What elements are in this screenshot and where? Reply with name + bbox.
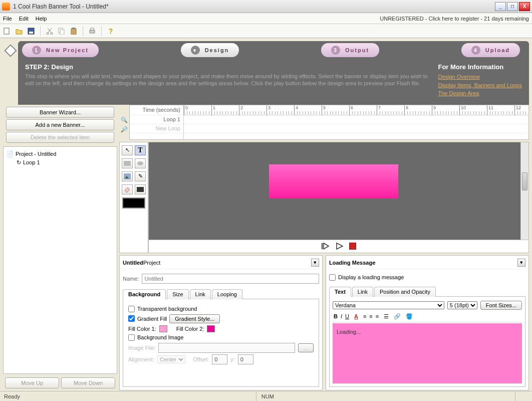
banner-wizard-button[interactable]: Banner Wizard... [6,107,115,118]
link-icon[interactable]: 🔗 [394,313,401,320]
help-icon[interactable]: ? [106,26,116,36]
font-select[interactable]: Verdana [333,301,444,309]
tab-looping[interactable]: Looping [212,289,242,299]
fill-color-1-swatch[interactable] [159,325,167,332]
tab-background[interactable]: Background [123,289,166,299]
font-size-select[interactable]: 5 (18pt) [447,301,477,309]
align-center-icon[interactable]: ≡ [369,313,372,319]
bg-image-checkbox[interactable] [128,334,135,341]
open-file-icon[interactable] [14,26,24,36]
timeline-row-loop1[interactable]: Loop 1 [130,115,183,124]
timeline-row-newloop[interactable]: New Loop [130,124,183,133]
copy-icon[interactable] [57,26,67,36]
alignment-label: Alignment: [128,356,154,362]
banner-preview[interactable] [269,164,398,198]
bold-icon[interactable]: B [334,313,338,319]
font-sizes-button[interactable]: Font Sizes... [480,301,522,310]
italic-icon[interactable]: I [341,313,342,319]
gradient-style-button[interactable]: Gradient Style... [169,314,220,323]
project-name-input[interactable] [142,274,319,284]
gradient-fill-checkbox[interactable] [128,315,135,322]
timeline-track[interactable] [184,115,528,124]
tab-position-opacity[interactable]: Position and Opacity [374,287,436,297]
offset-y-label: y: [230,356,235,362]
align-left-icon[interactable]: ≡ [363,313,366,319]
status-spacer [515,391,528,401]
zoom-in-icon[interactable]: 🔍 [121,117,128,123]
panel-collapse-icon[interactable]: ▾ [517,259,525,267]
underline-icon[interactable]: U [345,313,349,319]
color-swatch[interactable] [122,197,145,209]
tab-size[interactable]: Size [167,289,188,299]
align-right-icon[interactable]: ≡ [376,313,379,319]
wizard-tab-design[interactable]: ▾Design [181,43,239,57]
timeline-track[interactable] [184,124,528,133]
image-tool-icon[interactable] [122,171,133,181]
info-link-design-area[interactable]: The Design Area [438,89,522,98]
cut-icon[interactable] [45,26,55,36]
pointer-tool-icon[interactable]: ↖ [122,145,133,155]
delete-item-button[interactable]: Delete the selected item [6,132,115,143]
svg-rect-10 [91,28,94,30]
eraser-tool-icon[interactable] [122,184,133,194]
wizard-tab-output[interactable]: 3Output [321,43,379,57]
wizard-tab-upload[interactable]: 4Upload [461,43,520,57]
tree-root[interactable]: 📄 Project - Untitled [7,150,114,158]
name-label: Name: [123,276,139,282]
zoom-out-icon[interactable]: 🔎 [121,126,128,133]
rectangle-tool-icon[interactable] [122,158,133,168]
fill-color-2-swatch[interactable] [207,325,215,332]
bullet-list-icon[interactable]: ☰ [384,313,389,320]
wizard-collapse-icon[interactable] [4,44,17,57]
menu-help[interactable]: Help [36,16,47,22]
timeline-tick: 4 [294,105,298,115]
display-loading-label: Display a loading message [338,274,404,280]
panel-dropdown-icon[interactable]: ▾ [311,259,319,267]
svg-rect-9 [90,30,95,33]
print-icon[interactable] [87,26,97,36]
add-banner-button[interactable]: Add a new Banner... [6,119,115,130]
wizard-header: 1New Project ▾Design 3Output 4Upload STE… [18,41,529,105]
save-icon[interactable] [26,26,36,36]
ellipse-tool-icon[interactable] [135,158,146,168]
timeline-tick: 2 [239,105,243,115]
menu-edit[interactable]: Edit [19,16,29,22]
register-link[interactable]: UNREGISTERED - Click here to register - … [380,16,529,22]
display-loading-checkbox[interactable] [329,274,336,281]
tree-child[interactable]: ↻ Loop 1 [7,158,114,167]
paste-icon[interactable] [69,26,79,36]
transparent-bg-checkbox[interactable] [128,306,135,312]
text-tool-icon[interactable]: T [135,145,146,155]
menubar: File Edit Help UNREGISTERED - Click here… [0,13,532,24]
fill-color-2-label: Fill Color 2: [176,326,204,332]
font-color-icon[interactable]: A [354,313,358,319]
tab-link[interactable]: Link [190,289,211,299]
transparent-bg-label: Transparent background [137,306,197,312]
eyedropper-tool-icon[interactable]: ✎ [135,171,146,181]
highlight-icon[interactable]: 🪣 [406,313,413,320]
step-back-icon[interactable] [321,242,330,250]
svg-rect-17 [322,243,323,249]
close-button[interactable]: X [519,2,530,11]
design-canvas[interactable] [148,142,529,240]
canvas-scrollbar[interactable] [520,142,528,240]
info-link-display-items[interactable]: Display Items, Banners and Loops [438,81,522,90]
timeline-tick: 8 [404,105,408,115]
gradient-fill-label: Gradient Fill [137,316,167,322]
loading-text-editor[interactable]: Loading... [333,323,522,383]
menu-file[interactable]: File [3,16,12,22]
tab-link2[interactable]: Link [352,287,373,297]
offset-label: Offset: [193,356,209,362]
timeline-scale: 0123456789101112 [184,105,528,115]
info-link-overview[interactable]: Design Overview [438,73,522,81]
tab-text[interactable]: Text [329,287,351,297]
stop-icon[interactable] [349,243,356,250]
minimize-button[interactable]: _ [495,2,506,11]
play-icon[interactable] [335,242,344,250]
move-down-button[interactable]: Move Down [61,377,115,388]
fill-tool-icon[interactable] [135,184,146,194]
new-file-icon[interactable] [2,26,12,36]
wizard-tab-new-project[interactable]: 1New Project [22,43,99,57]
maximize-button[interactable]: □ [507,2,518,11]
move-up-button[interactable]: Move Up [5,377,59,388]
